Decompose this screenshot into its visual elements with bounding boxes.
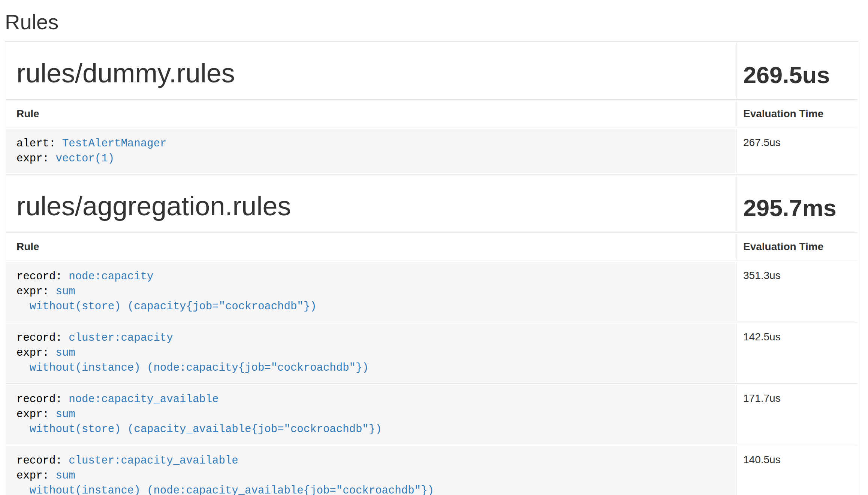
rules-table: rules/dummy.rules 269.5us Rule Evaluatio… xyxy=(5,42,858,495)
rule-column-header: Rule xyxy=(6,234,735,259)
rule-eval-time: 351.3us xyxy=(736,262,857,321)
rule-group-name: rules/aggregation.rules xyxy=(6,176,735,231)
row-separator xyxy=(6,322,857,322)
rule-eval-time: 140.5us xyxy=(736,446,857,495)
evaluation-time-column-header: Evaluation Time xyxy=(736,234,857,259)
row-separator xyxy=(6,128,857,128)
record-name-link[interactable]: cluster:capacity_available xyxy=(69,455,238,467)
rule-code: record: node:capacity expr: sum without(… xyxy=(16,269,724,314)
rule-code: record: cluster:capacity expr: sum witho… xyxy=(16,331,724,376)
code-text: expr: xyxy=(16,347,55,359)
rule-row: record: cluster:capacity_available expr:… xyxy=(6,446,857,495)
expression-link[interactable]: sum without(instance) (node:capacity_ava… xyxy=(16,470,434,495)
record-name-link[interactable]: cluster:capacity xyxy=(69,332,173,344)
expression-link[interactable]: sum without(store) (capacity{job="cockro… xyxy=(16,285,317,313)
row-separator xyxy=(6,232,857,233)
row-separator xyxy=(6,174,857,174)
code-text: expr: xyxy=(16,408,55,420)
row-separator xyxy=(6,445,857,445)
rule-eval-time: 171.7us xyxy=(736,385,857,444)
expression-link[interactable]: vector(1) xyxy=(55,152,114,165)
rule-code: record: node:capacity_available expr: su… xyxy=(16,392,724,437)
rule-column-header: Rule xyxy=(6,101,735,127)
rules-page: Rules rules/dummy.rules 269.5us Rule Eva… xyxy=(0,10,868,495)
code-text: expr: xyxy=(16,152,55,165)
rule-definition-cell: alert: TestAlertManager expr: vector(1) xyxy=(6,129,735,173)
table-header-row: Rule Evaluation Time xyxy=(6,234,857,259)
rule-definition-cell: record: cluster:capacity expr: sum witho… xyxy=(6,324,735,382)
code-text: record: xyxy=(16,393,69,406)
rule-group-eval-time: 295.7ms xyxy=(736,176,857,231)
record-name-link[interactable]: node:capacity_available xyxy=(69,393,218,406)
row-separator xyxy=(6,261,857,261)
rule-group-eval-time: 269.5us xyxy=(736,43,857,98)
rule-group-name: rules/dummy.rules xyxy=(6,43,735,98)
rule-eval-time: 142.5us xyxy=(736,324,857,382)
rule-group-header-row: rules/aggregation.rules 295.7ms xyxy=(6,176,857,231)
rule-row: record: node:capacity expr: sum without(… xyxy=(6,262,857,321)
rule-row: record: node:capacity_available expr: su… xyxy=(6,385,857,444)
code-text: record: xyxy=(16,270,69,283)
rule-code: alert: TestAlertManager expr: vector(1) xyxy=(16,136,724,166)
rule-group-header-row: rules/dummy.rules 269.5us xyxy=(6,43,857,98)
code-text: alert: xyxy=(16,137,62,150)
code-text: record: xyxy=(16,455,69,467)
code-text: record: xyxy=(16,332,69,344)
rule-definition-cell: record: cluster:capacity_available expr:… xyxy=(6,446,735,495)
rule-definition-cell: record: node:capacity expr: sum without(… xyxy=(6,262,735,321)
expression-link[interactable]: sum without(store) (capacity_available{j… xyxy=(16,408,382,435)
rule-eval-time: 267.5us xyxy=(736,129,857,173)
alert-name-link[interactable]: TestAlertManager xyxy=(62,137,166,150)
expression-link[interactable]: sum without(instance) (node:capacity{job… xyxy=(16,347,369,374)
rule-row: record: cluster:capacity expr: sum witho… xyxy=(6,324,857,382)
record-name-link[interactable]: node:capacity xyxy=(69,270,153,283)
rule-row: alert: TestAlertManager expr: vector(1) … xyxy=(6,129,857,173)
evaluation-time-column-header: Evaluation Time xyxy=(736,101,857,127)
row-separator xyxy=(6,99,857,100)
page-title: Rules xyxy=(5,10,858,34)
rule-definition-cell: record: node:capacity_available expr: su… xyxy=(6,385,735,444)
row-separator xyxy=(6,383,857,384)
code-text: expr: xyxy=(16,470,55,482)
rule-code: record: cluster:capacity_available expr:… xyxy=(16,453,724,495)
table-header-row: Rule Evaluation Time xyxy=(6,101,857,127)
code-text: expr: xyxy=(16,285,55,298)
